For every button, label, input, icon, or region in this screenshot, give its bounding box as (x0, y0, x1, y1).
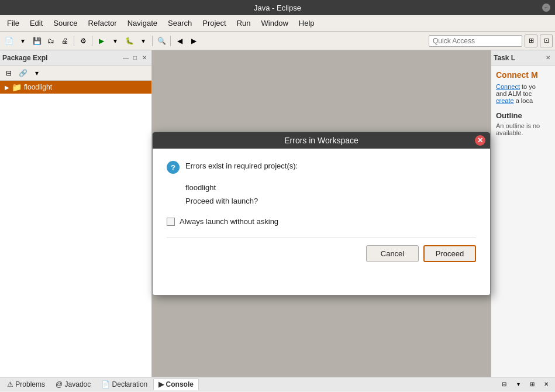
new-dropdown[interactable]: ▾ (16, 35, 29, 47)
window-title: Java - Eclipse (254, 4, 301, 12)
view-menu-button[interactable]: ▾ (30, 67, 43, 80)
link-editor-button[interactable]: 🔗 (16, 67, 29, 80)
package-explorer-header: Package Expl — □ ✕ (0, 50, 151, 66)
open-perspective-button[interactable]: ⊡ (540, 35, 553, 47)
new-button[interactable]: 📄 (2, 35, 15, 47)
properties-button[interactable]: ⚙ (77, 35, 89, 47)
console-ctrl-4[interactable]: ✕ (540, 378, 553, 391)
console-ctrl-2[interactable]: ▾ (512, 378, 525, 391)
connect-text-2: and ALM toc (496, 90, 550, 97)
dialog-message-text: Errors exist in required project(s): (185, 160, 298, 172)
menu-file[interactable]: File (2, 18, 24, 29)
outline-title: Outline (496, 111, 550, 120)
workspace: Package Expl — □ ✕ ⊟ 🔗 ▾ ▶ 📁 floodlight … (0, 50, 555, 377)
forward-button[interactable]: ▶ (187, 35, 200, 47)
package-explorer-title: Package Expl (2, 54, 121, 62)
minimize-button[interactable]: − (542, 4, 550, 12)
console-ctrl-3[interactable]: ⊞ (526, 378, 539, 391)
quick-access-area: ⊞ ⊡ (429, 35, 553, 47)
tab-declaration[interactable]: 📄 Declaration (96, 379, 152, 390)
dialog-checkbox-label: Always launch without asking (180, 217, 278, 226)
dialog-title: Errors in Workspace (284, 136, 358, 145)
menu-search[interactable]: Search (163, 18, 197, 29)
javadoc-icon: @ (56, 380, 63, 388)
right-panel: Task L ✕ Connect M Connect to yo and ALM… (491, 50, 555, 377)
run-dropdown[interactable]: ▾ (109, 35, 122, 47)
right-panel-content: Connect M Connect to yo and ALM toc crea… (491, 66, 555, 141)
connect-text-loca: a loca (516, 97, 533, 104)
menu-run[interactable]: Run (232, 18, 256, 29)
dialog-overlay: Errors in Workspace ✕ ? Errors exist in … (152, 50, 491, 377)
center-area: Errors in Workspace ✕ ? Errors exist in … (152, 50, 491, 377)
outline-text: An outline is no available. (496, 122, 550, 136)
title-bar: Java - Eclipse − (0, 0, 555, 15)
quick-access-input[interactable] (429, 35, 522, 47)
errors-in-workspace-dialog: Errors in Workspace ✕ ? Errors exist in … (152, 132, 491, 295)
connect-text-1: Connect to yo (496, 83, 550, 90)
proceed-button[interactable]: Proceed (423, 245, 476, 262)
tree-arrow: ▶ (5, 84, 9, 91)
menu-navigate[interactable]: Navigate (123, 18, 162, 29)
connect-title: Connect M (496, 70, 550, 80)
menu-source[interactable]: Source (49, 18, 82, 29)
dialog-separator (167, 238, 476, 238)
menu-refactor[interactable]: Refactor (84, 18, 122, 29)
tree-label-floodlight: floodlight (24, 83, 52, 91)
dialog-question: Proceed with launch? (185, 197, 476, 205)
package-explorer-maximize[interactable]: □ (130, 53, 140, 63)
toolbar: 📄 ▾ 💾 🗂 🖨 ⚙ ▶ ▾ 🐛 ▾ 🔍 ◀ ▶ ⊞ ⊡ (0, 32, 555, 50)
task-list-close[interactable]: ✕ (543, 53, 553, 63)
dialog-close-button[interactable]: ✕ (475, 135, 485, 146)
bottom-panel: ⚠ Problems @ Javadoc 📄 Declaration ▶ Con… (0, 377, 555, 392)
menu-edit[interactable]: Edit (25, 18, 47, 29)
debug-button[interactable]: 🐛 (123, 35, 136, 47)
dialog-message-row: ? Errors exist in required project(s): (167, 160, 476, 174)
title-bar-controls: − (542, 4, 550, 12)
connect-text-to: to yo (522, 83, 536, 90)
package-explorer-content: ▶ 📁 floodlight (0, 81, 151, 377)
task-list-title: Task L (494, 54, 543, 62)
dialog-project-name: floodlight (185, 183, 476, 192)
back-button[interactable]: ◀ (173, 35, 186, 47)
cancel-button[interactable]: Cancel (366, 245, 419, 262)
save-button[interactable]: 💾 (30, 35, 43, 47)
package-explorer-toolbar: ⊟ 🔗 ▾ (0, 66, 151, 81)
save-all-button[interactable]: 🗂 (44, 35, 57, 47)
menu-project[interactable]: Project (198, 18, 230, 29)
run-button[interactable]: ▶ (95, 35, 108, 47)
connect-link-2[interactable]: create (496, 97, 514, 104)
collapse-all-button[interactable]: ⊟ (2, 67, 15, 80)
menu-bar: File Edit Source Refactor Navigate Searc… (0, 15, 555, 32)
print-button[interactable]: 🖨 (58, 35, 71, 47)
console-icon: ▶ (158, 380, 164, 388)
debug-dropdown[interactable]: ▾ (137, 35, 150, 47)
dialog-buttons: Cancel Proceed (167, 245, 476, 264)
search-button[interactable]: 🔍 (155, 35, 168, 47)
package-explorer-close[interactable]: ✕ (140, 53, 149, 63)
always-launch-checkbox[interactable] (167, 218, 175, 226)
tab-javadoc[interactable]: @ Javadoc (51, 379, 95, 390)
package-explorer-minimize[interactable]: — (121, 53, 130, 63)
project-icon: 📁 (12, 82, 22, 92)
problems-icon: ⚠ (7, 380, 13, 388)
dialog-checkbox-row: Always launch without asking (167, 217, 476, 226)
dialog-body: ? Errors exist in required project(s): f… (153, 149, 490, 295)
toolbar-separator-4 (170, 36, 171, 46)
perspectives-button[interactable]: ⊞ (525, 35, 537, 47)
toolbar-separator-3 (152, 36, 153, 46)
package-explorer-panel: Package Expl — □ ✕ ⊟ 🔗 ▾ ▶ 📁 floodlight (0, 50, 152, 377)
menu-help[interactable]: Help (294, 18, 319, 29)
dialog-titlebar: Errors in Workspace ✕ (153, 132, 490, 149)
tab-problems[interactable]: ⚠ Problems (2, 379, 50, 390)
tree-item-floodlight[interactable]: ▶ 📁 floodlight (0, 81, 151, 94)
bottom-tabs: ⚠ Problems @ Javadoc 📄 Declaration ▶ Con… (0, 377, 555, 391)
tab-console[interactable]: ▶ Console (153, 379, 199, 390)
connect-text-3: create a loca (496, 97, 550, 104)
toolbar-separator-1 (74, 36, 74, 46)
declaration-icon: 📄 (101, 380, 110, 388)
console-ctrl-1[interactable]: ⊟ (498, 378, 511, 391)
menu-window[interactable]: Window (257, 18, 293, 29)
task-list-header: Task L ✕ (491, 50, 555, 66)
dialog-info-icon: ? (167, 161, 180, 174)
connect-link-1[interactable]: Connect (496, 83, 520, 90)
